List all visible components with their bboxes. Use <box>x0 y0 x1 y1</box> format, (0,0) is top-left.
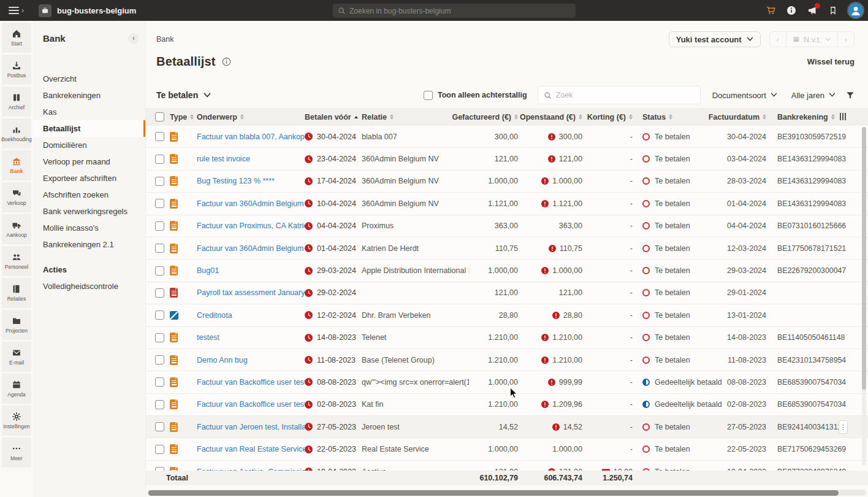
sidebar-item-betaallijst[interactable]: Betaallijst <box>33 120 145 137</box>
global-search-input[interactable] <box>349 7 571 15</box>
rail-item-verkoop[interactable]: Verkoop <box>2 182 31 212</box>
briefcase-icon[interactable] <box>39 4 51 17</box>
rail-item-aankoop[interactable]: Aankoop <box>2 214 31 244</box>
sidebar-item-bank-verwerkingsregels[interactable]: Bank verwerkingsregels <box>33 203 145 220</box>
subject-link[interactable]: Factuur van Real Estate Service, ! <box>197 445 305 453</box>
period-prev-button[interactable]: ‹ <box>770 32 786 47</box>
row-checkbox[interactable] <box>155 422 164 431</box>
table-row[interactable]: Factuur van Acctive, Commissielc19-04-20… <box>146 461 868 471</box>
switch-back-link[interactable]: Wissel terug <box>807 57 855 66</box>
column-header-bankrekening[interactable]: Bankrekening <box>766 113 849 121</box>
table-row[interactable]: Payroll tax assessment January 229-02-20… <box>146 282 868 304</box>
document-type-dropdown[interactable]: Documentsoort <box>712 91 777 100</box>
rail-item-e-mail[interactable]: E-mail <box>2 342 31 372</box>
table-row[interactable]: Bug0129-03-2024Apple Distribution Intern… <box>146 260 868 282</box>
table-row[interactable]: Factuur van Jeroen test, Installati27-05… <box>146 416 868 438</box>
select-all-checkbox[interactable] <box>155 112 164 121</box>
title-info-icon[interactable] <box>222 57 231 66</box>
global-search[interactable] <box>333 4 576 18</box>
row-checkbox[interactable] <box>155 266 164 275</box>
row-checkbox[interactable] <box>155 244 164 253</box>
rail-item-agenda[interactable]: Agenda <box>2 374 31 404</box>
horizontal-scrollbar-thumb[interactable] <box>148 490 839 496</box>
table-row[interactable]: Creditnota12-02-2024Dhr. Bram Verbeken28… <box>146 304 868 326</box>
period-value[interactable]: N.v.t. <box>786 32 838 47</box>
sidebar-collapse-button[interactable]: ‹ <box>128 33 139 44</box>
subject-link[interactable]: Factuur van Jeroen test, Installati <box>197 423 305 431</box>
subject-link[interactable]: Bug Testing 123 % **** <box>197 177 305 185</box>
sidebar-item-overzicht[interactable]: Overzicht <box>33 71 145 87</box>
rail-item-instellingen[interactable]: Instellingen <box>2 406 31 436</box>
period-next-button[interactable]: › <box>838 32 854 47</box>
subject-link[interactable]: Factuur van 360Admin Belgium N <box>197 244 305 253</box>
column-header-korting[interactable]: Korting (€) <box>582 113 633 121</box>
rail-item-personeel[interactable]: Personeel <box>2 246 31 276</box>
table-row[interactable]: Factuur van 360Admin Belgium N01-04-2024… <box>146 237 868 260</box>
avatar[interactable] <box>848 3 863 18</box>
table-row[interactable]: Factuur van Backoffice user test,02-08-2… <box>146 394 868 416</box>
info-icon[interactable] <box>786 5 797 16</box>
table-row[interactable]: Demo Ann bug11-08-2023Base (Telenet Grou… <box>146 349 868 371</box>
row-checkbox[interactable] <box>155 355 164 364</box>
vertical-scrollbar-thumb[interactable] <box>862 127 866 390</box>
rail-item-archief[interactable]: Archief <box>2 87 31 117</box>
rail-item-relaties[interactable]: Relaties <box>2 278 31 308</box>
subject-link[interactable]: Factuur van Proximus, CA Katrier <box>197 222 305 230</box>
overdue-checkbox[interactable] <box>424 91 433 100</box>
column-header-gefactureerd[interactable]: Gefactureerd (€) <box>469 113 518 121</box>
subject-link[interactable]: Creditnota <box>197 311 305 320</box>
table-row[interactable]: Bug Testing 123 % ****17-04-2024360Admin… <box>146 171 868 193</box>
subject-link[interactable]: Factuur van 360Admin Belgium N <box>197 199 305 208</box>
sidebar-item-bankrekeningen-2-1[interactable]: Bankrekeningen 2.1 <box>33 236 145 253</box>
table-search-input[interactable] <box>556 91 695 99</box>
megaphone-icon[interactable] <box>807 5 818 16</box>
menu-icon[interactable] <box>9 7 19 14</box>
sidebar-item-verloop-per-maand[interactable]: Verloop per maand <box>33 153 145 170</box>
sidebar-item-exporteer-afschriften[interactable]: Exporteer afschriften <box>33 170 145 187</box>
column-header-factuurdatum[interactable]: Factuurdatum <box>716 113 766 121</box>
list-filter-dropdown[interactable]: Te betalen <box>156 90 211 100</box>
row-checkbox[interactable] <box>155 132 164 141</box>
subject-link[interactable]: Bug01 <box>197 266 305 275</box>
rail-item-meer[interactable]: Meer <box>2 437 31 468</box>
subject-link[interactable]: Factuur van blabla 007, Aankope <box>197 133 305 141</box>
column-header-status[interactable]: Status <box>633 113 716 121</box>
subject-link[interactable]: Factuur van Backoffice user test, <box>197 378 305 387</box>
table-search[interactable] <box>538 86 701 104</box>
rail-item-start[interactable]: Start <box>2 23 31 53</box>
bookmark-icon[interactable] <box>828 5 839 16</box>
column-header-onderwerp[interactable]: Onderwerp <box>197 113 305 121</box>
row-checkbox[interactable] <box>155 400 164 409</box>
row-checkbox[interactable] <box>155 288 164 298</box>
column-chooser-icon[interactable] <box>840 113 846 120</box>
column-header-type[interactable]: Type <box>170 113 197 121</box>
rail-item-boekhouding[interactable]: Boekhouding <box>2 118 31 148</box>
table-row[interactable]: Factuur van blabla 007, Aankope30-04-202… <box>146 126 868 148</box>
rail-item-postbus[interactable]: Postbus <box>2 55 31 85</box>
row-checkbox[interactable] <box>155 445 164 454</box>
row-checkbox[interactable] <box>155 155 164 164</box>
sidebar-item-volledigheidscontrole[interactable]: Volledigheidscontrole <box>33 278 145 295</box>
column-header-betalen-v-r[interactable]: Betalen vóór <box>305 113 362 121</box>
rail-item-bank[interactable]: Bank <box>2 150 31 180</box>
row-menu-button[interactable]: ⋮ <box>839 420 848 434</box>
rail-item-projecten[interactable]: Projecten <box>2 310 31 340</box>
menu-expand-chevron-icon[interactable]: › <box>21 6 24 15</box>
subject-link[interactable]: rule test invoice <box>197 155 305 163</box>
subject-link[interactable]: Factuur van Backoffice user test, <box>197 400 305 409</box>
subject-link[interactable]: Demo Ann bug <box>197 356 305 364</box>
table-row[interactable]: Factuur van Backoffice user test,08-08-2… <box>146 371 868 393</box>
sidebar-item-bankrekeningen[interactable]: Bankrekeningen <box>33 87 145 104</box>
sidebar-item-afschriften-zoeken[interactable]: Afschriften zoeken <box>33 187 145 203</box>
column-header-openstaand[interactable]: Openstaand (€) <box>518 113 582 121</box>
row-checkbox[interactable] <box>155 199 164 208</box>
table-row[interactable]: Factuur van 360Admin Belgium N10-04-2024… <box>146 193 868 215</box>
sidebar-item-kas[interactable]: Kas <box>33 104 145 120</box>
row-checkbox[interactable] <box>155 310 164 320</box>
cart-icon[interactable] <box>765 5 776 16</box>
breadcrumb[interactable]: Bank <box>156 35 174 44</box>
sidebar-item-domicili-ren[interactable]: Domiciliëren <box>33 137 145 153</box>
table-row[interactable]: Factuur van Real Estate Service, !22-05-… <box>146 438 868 460</box>
vertical-scrollbar[interactable] <box>862 127 866 466</box>
table-row[interactable]: rule test invoice23-04-2024360Admin Belg… <box>146 148 868 170</box>
